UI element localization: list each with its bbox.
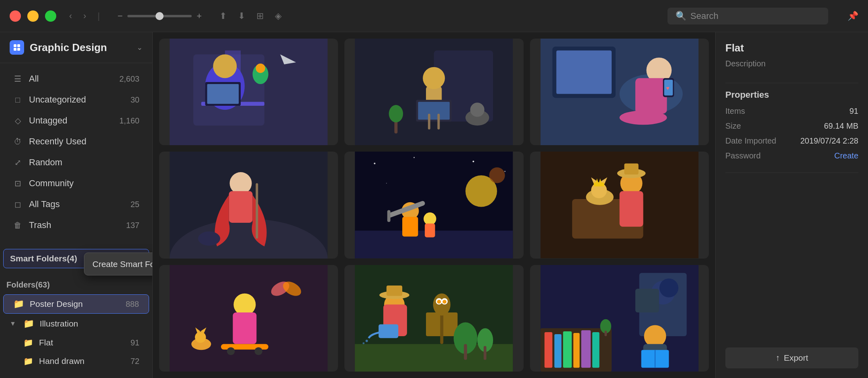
prop-row-size: Size 69.14 MB bbox=[725, 121, 858, 131]
password-label: Password bbox=[725, 151, 761, 160]
recently-used-label: Recently Used bbox=[29, 136, 139, 147]
folders-header[interactable]: Folders(63) bbox=[0, 276, 152, 294]
filter-icon[interactable]: ◈ bbox=[275, 11, 282, 21]
library-title: Graphic Design bbox=[30, 41, 131, 54]
grid-icon[interactable]: ⊞ bbox=[256, 11, 264, 21]
all-label: All bbox=[29, 74, 113, 84]
image-card-3[interactable]: ♥ bbox=[530, 39, 709, 145]
titlebar: ‹ › | − + ⬆ ⬇ ⊞ ◈ 🔍 📌 bbox=[0, 0, 868, 32]
prop-row-date-imported: Date Imported 2019/07/24 2:28 bbox=[725, 136, 858, 146]
folder-item-poster-design[interactable]: 📁 Poster Design 888 bbox=[3, 294, 149, 314]
svg-rect-14 bbox=[207, 84, 239, 104]
pin-icon[interactable]: 📌 bbox=[848, 11, 858, 21]
smart-folders-header[interactable]: Smart Folders(4) + Create Smart Folder ⌘… bbox=[3, 249, 149, 268]
all-tags-count: 25 bbox=[131, 200, 139, 209]
svg-rect-3 bbox=[17, 48, 20, 51]
zoom-out-icon[interactable]: − bbox=[117, 11, 123, 21]
right-panel: Flat Description Properties Items 91 Siz… bbox=[715, 32, 868, 378]
image-card-9[interactable] bbox=[530, 265, 709, 372]
all-count: 2,603 bbox=[119, 74, 139, 84]
prop-row-items: Items 91 bbox=[725, 107, 858, 116]
sidebar-item-uncategorized[interactable]: □ Uncategorized 30 bbox=[3, 90, 149, 110]
svg-point-11 bbox=[256, 64, 265, 73]
svg-rect-25 bbox=[438, 114, 440, 129]
svg-point-117 bbox=[644, 325, 666, 347]
export-button[interactable]: ↑ Export bbox=[725, 347, 858, 368]
zoom-in-icon[interactable]: + bbox=[197, 11, 202, 21]
download-icon[interactable]: ⬇ bbox=[238, 11, 245, 21]
image-card-8[interactable] bbox=[344, 265, 523, 372]
svg-rect-24 bbox=[428, 114, 430, 129]
image-card-6[interactable] bbox=[530, 152, 709, 258]
search-input[interactable] bbox=[690, 11, 820, 21]
svg-rect-98 bbox=[379, 324, 398, 338]
library-icon bbox=[10, 40, 24, 55]
nav-back-button[interactable]: ‹ bbox=[69, 11, 72, 21]
subfolder-item-flat[interactable]: 📁 Flat 91 bbox=[3, 334, 149, 351]
svg-rect-41 bbox=[229, 191, 253, 223]
svg-point-52 bbox=[489, 168, 505, 183]
svg-rect-70 bbox=[594, 183, 604, 187]
sidebar-item-recently-used[interactable]: ⏱ Recently Used bbox=[3, 131, 149, 152]
image-card-1[interactable] bbox=[159, 39, 338, 145]
folders-section: Folders(63) 📁 Poster Design 888 ▼ 📁 Illu… bbox=[0, 273, 152, 374]
svg-rect-63 bbox=[619, 191, 643, 227]
image-card-2[interactable] bbox=[344, 39, 523, 145]
random-icon: ⤢ bbox=[13, 158, 23, 167]
folder-flat-icon: 📁 bbox=[23, 338, 33, 347]
description-label: Description bbox=[725, 59, 858, 68]
image-card-4[interactable] bbox=[159, 152, 338, 258]
main-area: Graphic Design ⌄ ☰ All 2,603 □ Uncategor… bbox=[0, 32, 868, 378]
close-button[interactable] bbox=[10, 10, 21, 22]
image-card-7[interactable] bbox=[159, 265, 338, 372]
search-bar[interactable]: 🔍 bbox=[667, 8, 828, 25]
sidebar-item-trash[interactable]: 🗑 Trash 137 bbox=[3, 215, 149, 235]
svg-rect-21 bbox=[418, 102, 450, 119]
image-card-5[interactable] bbox=[344, 152, 523, 258]
untagged-icon: ◇ bbox=[13, 116, 23, 125]
svg-point-100 bbox=[363, 342, 365, 344]
svg-point-108 bbox=[659, 278, 678, 297]
maximize-button[interactable] bbox=[45, 10, 56, 22]
panel-title: Flat bbox=[725, 42, 858, 54]
share-icon[interactable]: ⬆ bbox=[219, 11, 227, 21]
library-header[interactable]: Graphic Design ⌄ bbox=[0, 32, 152, 63]
size-label: Size bbox=[725, 121, 741, 131]
svg-point-8 bbox=[213, 54, 237, 78]
svg-point-93 bbox=[443, 300, 447, 304]
folder-item-illustration[interactable]: ▼ 📁 Illustration bbox=[0, 314, 152, 333]
minimize-button[interactable] bbox=[27, 10, 39, 22]
recently-used-icon: ⏱ bbox=[13, 137, 23, 146]
svg-point-56 bbox=[424, 213, 436, 225]
sidebar-item-community[interactable]: ⊡ Community bbox=[3, 173, 149, 193]
community-label: Community bbox=[29, 178, 139, 189]
export-label: Export bbox=[784, 353, 808, 363]
sidebar-item-untagged[interactable]: ◇ Untagged 1,160 bbox=[3, 111, 149, 131]
uncategorized-count: 30 bbox=[131, 95, 139, 105]
svg-point-82 bbox=[195, 332, 206, 343]
slider-track[interactable] bbox=[127, 15, 192, 17]
library-chevron-icon[interactable]: ⌄ bbox=[137, 43, 143, 52]
nav-forward-button[interactable]: › bbox=[83, 11, 86, 21]
untagged-label: Untagged bbox=[29, 115, 113, 126]
date-imported-value: 2019/07/24 2:28 bbox=[800, 136, 858, 146]
sidebar-item-random[interactable]: ⤢ Random bbox=[3, 152, 149, 173]
all-icon: ☰ bbox=[13, 74, 23, 84]
date-imported-label: Date Imported bbox=[725, 136, 776, 146]
password-create-link[interactable]: Create bbox=[834, 151, 858, 160]
sidebar-item-all-tags[interactable]: ◻ All Tags 25 bbox=[3, 194, 149, 214]
svg-rect-30 bbox=[556, 50, 612, 94]
svg-point-19 bbox=[423, 67, 445, 89]
random-label: Random bbox=[29, 157, 139, 168]
svg-point-46 bbox=[374, 163, 376, 164]
svg-rect-102 bbox=[464, 344, 467, 360]
sidebar-item-all[interactable]: ☰ All 2,603 bbox=[3, 69, 149, 89]
untagged-count: 1,160 bbox=[119, 116, 139, 125]
subfolder-item-hand-drawn[interactable]: 📁 Hand drawn 72 bbox=[3, 352, 149, 370]
svg-rect-44 bbox=[256, 183, 258, 239]
zoom-slider[interactable]: − + bbox=[117, 11, 202, 21]
slider-thumb[interactable] bbox=[156, 12, 164, 20]
svg-rect-33 bbox=[635, 78, 667, 113]
svg-rect-1 bbox=[17, 44, 20, 47]
svg-point-79 bbox=[227, 347, 235, 355]
